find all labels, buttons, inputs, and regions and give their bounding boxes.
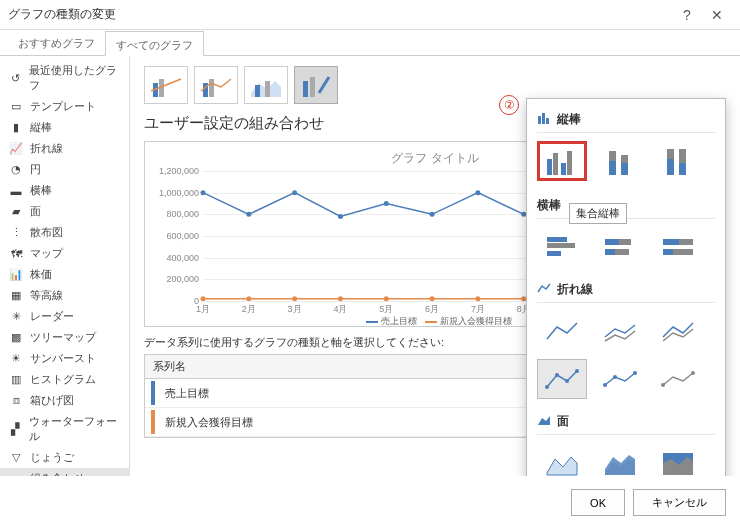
ok-button[interactable]: OK: [571, 489, 625, 516]
svg-rect-4: [209, 79, 214, 97]
sidebar-item-11[interactable]: ✳レーダー: [0, 306, 129, 327]
sidebar-item-12[interactable]: ▩ツリーマップ: [0, 327, 129, 348]
combo-subtype-3[interactable]: [244, 66, 288, 104]
option-clustered-bar[interactable]: [537, 227, 587, 267]
sidebar-item-13[interactable]: ☀サンバースト: [0, 348, 129, 369]
sidebar-item-2[interactable]: ▮縦棒: [0, 117, 129, 138]
sidebar-icon: ↺: [8, 71, 23, 85]
svg-point-67: [691, 371, 695, 375]
combo-subtype-1[interactable]: [144, 66, 188, 104]
svg-rect-56: [679, 239, 693, 245]
option-100-stacked-line[interactable]: [653, 311, 703, 351]
sidebar-icon: ⫎: [8, 472, 24, 477]
option-area[interactable]: [537, 443, 587, 476]
option-100-stacked-line-markers[interactable]: [653, 359, 703, 399]
column-chart-icon: [537, 112, 551, 127]
sidebar-icon: ▬: [8, 184, 24, 198]
svg-rect-5: [255, 85, 260, 97]
sidebar-item-4[interactable]: ◔円: [0, 159, 129, 180]
svg-rect-52: [619, 239, 631, 245]
sidebar-icon: ✳: [8, 310, 24, 324]
svg-rect-57: [663, 249, 673, 255]
sidebar-icon: ▦: [8, 289, 24, 303]
popup-section-column: 縦棒: [537, 105, 715, 133]
sidebar-item-14[interactable]: ▥ヒストグラム: [0, 369, 129, 390]
tab-recommended[interactable]: おすすめグラフ: [8, 30, 105, 55]
sidebar-item-17[interactable]: ▽じょうご: [0, 447, 129, 468]
sidebar-icon: ▮: [8, 121, 24, 135]
sidebar-item-5[interactable]: ▬横棒: [0, 180, 129, 201]
option-stacked-line-markers[interactable]: [595, 359, 645, 399]
svg-rect-55: [663, 239, 679, 245]
main-panel: ユーザー設定の組み合わせ グラフ タイトル 0200,000400,000600…: [130, 56, 740, 476]
option-100-stacked-area[interactable]: [653, 443, 703, 476]
svg-rect-50: [547, 251, 561, 256]
svg-rect-45: [667, 159, 674, 175]
tab-all[interactable]: すべてのグラフ: [105, 31, 204, 56]
svg-point-61: [565, 379, 569, 383]
option-line-markers[interactable]: [537, 359, 587, 399]
sidebar-item-8[interactable]: 🗺マップ: [0, 243, 129, 264]
sidebar-item-1[interactable]: ▭テンプレート: [0, 96, 129, 117]
sidebar-icon: ▰: [8, 205, 24, 219]
svg-rect-44: [667, 149, 674, 159]
option-stacked-area[interactable]: [595, 443, 645, 476]
sidebar-item-9[interactable]: 📊株価: [0, 264, 129, 285]
svg-rect-46: [679, 149, 686, 163]
svg-rect-37: [553, 153, 558, 175]
svg-rect-53: [605, 249, 615, 255]
svg-point-66: [661, 383, 665, 387]
sidebar-icon: ▽: [8, 451, 24, 465]
titlebar: グラフの種類の変更 ? ✕: [0, 0, 740, 30]
sidebar-icon: 🗺: [8, 247, 24, 261]
svg-rect-39: [567, 151, 572, 175]
option-stacked-line[interactable]: [595, 311, 645, 351]
sidebar-icon: ▞: [8, 422, 23, 436]
tooltip-clustered-column: 集合縦棒: [569, 203, 627, 224]
svg-rect-42: [621, 155, 628, 163]
sidebar-item-6[interactable]: ▰面: [0, 201, 129, 222]
sidebar-item-16[interactable]: ▞ウォーターフォール: [0, 411, 129, 447]
svg-point-60: [555, 373, 559, 377]
option-line[interactable]: [537, 311, 587, 351]
sidebar-item-0[interactable]: ↺最近使用したグラフ: [0, 60, 129, 96]
cancel-button[interactable]: キャンセル: [633, 489, 726, 516]
dialog-footer: OK キャンセル: [571, 489, 726, 516]
svg-point-65: [633, 371, 637, 375]
svg-rect-6: [265, 81, 270, 97]
sidebar-icon: 📊: [8, 268, 24, 282]
sidebar-item-10[interactable]: ▦等高線: [0, 285, 129, 306]
option-clustered-column[interactable]: [537, 141, 587, 181]
svg-rect-49: [547, 243, 575, 248]
sidebar-icon: ⧈: [8, 394, 24, 408]
svg-point-63: [603, 383, 607, 387]
close-button[interactable]: ✕: [702, 7, 732, 23]
option-100-stacked-column[interactable]: [653, 141, 703, 181]
svg-rect-38: [561, 163, 566, 175]
svg-rect-48: [547, 237, 567, 242]
help-button[interactable]: ?: [672, 7, 702, 23]
option-stacked-bar[interactable]: [595, 227, 645, 267]
svg-rect-41: [609, 161, 616, 175]
option-stacked-column[interactable]: [595, 141, 645, 181]
combo-subtype-2[interactable]: [194, 66, 238, 104]
combo-subtype-custom[interactable]: [294, 66, 338, 104]
sidebar-item-15[interactable]: ⧈箱ひげ図: [0, 390, 129, 411]
callout-2: ②: [499, 95, 519, 115]
sidebar-icon: ▩: [8, 331, 24, 345]
svg-point-59: [545, 385, 549, 389]
chart-type-popup: ② 縦棒 集合縦棒 横棒 折れ線: [526, 98, 726, 476]
sidebar-item-3[interactable]: 📈折れ線: [0, 138, 129, 159]
svg-rect-36: [547, 159, 552, 175]
option-100-stacked-bar[interactable]: [653, 227, 703, 267]
sidebar-item-7[interactable]: ⋮散布図: [0, 222, 129, 243]
svg-rect-51: [605, 239, 619, 245]
tab-bar: おすすめグラフ すべてのグラフ: [0, 30, 740, 56]
sidebar-item-18[interactable]: ⫎組み合わせ: [0, 468, 129, 476]
svg-point-62: [575, 369, 579, 373]
svg-rect-58: [673, 249, 693, 255]
line-chart-icon: [537, 282, 551, 297]
sidebar-icon: ▭: [8, 100, 24, 114]
svg-rect-34: [542, 113, 545, 124]
sidebar-icon: ◔: [8, 163, 24, 177]
